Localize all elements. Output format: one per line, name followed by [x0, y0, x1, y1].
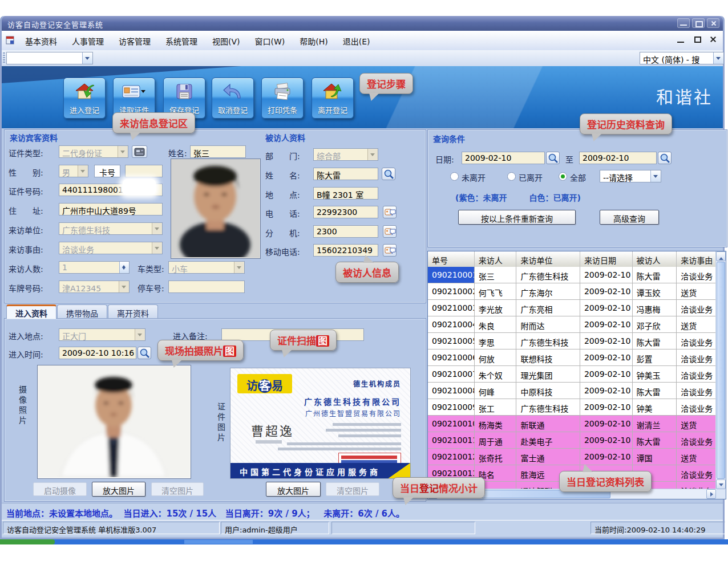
menu-item-5[interactable]: 窗口(W) — [255, 35, 285, 47]
filter-select[interactable]: --请选择 — [600, 170, 661, 182]
table-cell[interactable]: 冯惠梅 — [633, 300, 677, 316]
table-cell[interactable]: 090210010 — [428, 416, 475, 432]
zoom-photo-button[interactable]: 放大图片 — [92, 482, 145, 497]
toolbar-button-print[interactable]: 打印凭条 — [261, 78, 304, 119]
toolbar-button-cancel[interactable]: 取消登记 — [212, 78, 254, 119]
sms-ext-button[interactable] — [383, 225, 397, 238]
entry-time-field[interactable]: 2009-02-10 10:16 — [59, 347, 136, 359]
table-cell[interactable]: 广东德生科技 — [516, 267, 580, 283]
table-cell[interactable]: 赴美电子 — [516, 432, 580, 449]
table-cell[interactable]: 2009-02-10 — [580, 449, 633, 465]
dept-select[interactable]: 综合部 — [313, 148, 378, 161]
table-header-cell[interactable]: 来访日期 — [580, 251, 633, 267]
table-cell[interactable]: 陈大雷 — [633, 267, 677, 283]
table-cell[interactable]: 090210004 — [428, 316, 475, 333]
table-cell[interactable]: 送货 — [677, 416, 716, 432]
table-cell[interactable]: 朱个奴 — [475, 366, 517, 383]
parking-field[interactable] — [168, 281, 245, 293]
table-cell[interactable]: 钟美玉 — [633, 366, 677, 383]
table-cell[interactable]: 张工 — [475, 399, 517, 416]
table-cell[interactable]: 送货 — [677, 449, 716, 465]
table-cell[interactable]: 陈大雷 — [633, 432, 677, 449]
table-cell[interactable]: 090210011 — [428, 432, 475, 449]
table-row[interactable]: 090210007朱个奴理光集团2009-02-10钟美玉洽谈业务 — [428, 366, 716, 383]
tab-leave-info[interactable]: 离开资料 — [108, 304, 158, 319]
mdi-restore-button[interactable] — [692, 35, 702, 44]
table-cell[interactable]: 何放 — [475, 349, 517, 366]
table-cell[interactable]: 洽谈业务 — [677, 300, 716, 316]
table-cell[interactable]: 090210003 — [428, 300, 475, 316]
table-cell[interactable]: 朱良 — [475, 316, 517, 333]
table-row[interactable]: 090210001张三广东德生科技2009-02-10陈大雷洽谈业务 — [428, 267, 716, 283]
table-row[interactable]: 090210012张奇托富士通2009-02-10谭国送货 — [428, 449, 716, 465]
table-row[interactable]: 090210002何飞飞广东海尔2009-02-10谭玉姣送货 — [428, 283, 716, 300]
table-cell[interactable]: 2009-02-10 — [580, 432, 633, 449]
close-button[interactable] — [707, 18, 719, 28]
table-cell[interactable]: 谭玉姣 — [633, 283, 677, 300]
table-row[interactable]: 090210006何放联想科技2009-02-10彭置洽谈业务 — [428, 349, 716, 366]
menu-item-4[interactable]: 视图(V) — [212, 35, 240, 47]
radio-not-left[interactable] — [450, 172, 459, 181]
tab-entry-info[interactable]: 进入资料 — [6, 304, 56, 319]
mdi-close-button[interactable] — [708, 35, 718, 44]
menu-item-1[interactable]: 人事管理 — [72, 35, 104, 47]
table-row[interactable]: 090210004朱良附而达2009-02-10邓子欣送货 — [428, 316, 716, 333]
chevron-down-icon[interactable] — [713, 52, 723, 64]
menu-item-2[interactable]: 访客管理 — [119, 35, 151, 47]
table-cell[interactable]: 联想科技 — [516, 349, 580, 366]
spinner-arrows-icon[interactable] — [119, 262, 129, 273]
chevron-down-icon[interactable] — [82, 52, 92, 64]
address-field[interactable]: 广州市中山大道89号 — [59, 203, 163, 216]
table-cell[interactable]: 谭国 — [633, 449, 677, 465]
zoom-card-button[interactable]: 放大图片 — [266, 482, 321, 497]
table-row[interactable]: 090210011周于通赴美电子2009-02-10陈大雷洽谈业务 — [428, 432, 716, 449]
date-from-picker-button[interactable] — [546, 152, 560, 164]
ext-field[interactable]: 2300 — [313, 225, 378, 238]
date-to-picker-button[interactable] — [658, 152, 672, 164]
radio-left[interactable] — [507, 172, 516, 181]
advanced-query-button[interactable]: 高级查询 — [600, 210, 659, 225]
table-cell[interactable]: 2009-02-10 — [580, 316, 633, 333]
table-cell[interactable]: 谢清兰 — [633, 416, 677, 432]
plate-select[interactable]: 津A12345 — [59, 281, 130, 293]
scroll-right-icon[interactable] — [706, 489, 716, 499]
table-cell[interactable]: 洽谈业务 — [677, 267, 716, 283]
restore-button[interactable] — [692, 18, 705, 28]
table-cell[interactable]: 洽谈业务 — [677, 432, 716, 449]
table-row[interactable]: 090210008何峰中原科技2009-02-10陈大雷洽谈业务 — [428, 383, 716, 399]
table-row[interactable]: 090210003李光放广东亮相2009-02-10冯惠梅洽谈业务 — [428, 300, 716, 316]
start-button-sliver[interactable] — [0, 539, 55, 544]
card-no-field[interactable] — [125, 165, 163, 177]
entry-location-select[interactable]: 正大门 — [59, 328, 145, 341]
minimize-button[interactable] — [677, 18, 690, 28]
table-cell[interactable]: 广东德生科技 — [516, 399, 580, 416]
vertical-scroll-thumb[interactable] — [717, 262, 725, 479]
sms-phone-button[interactable] — [383, 206, 397, 218]
table-cell[interactable]: 090210009 — [428, 399, 475, 416]
table-cell[interactable]: 送货 — [677, 283, 716, 300]
radio-all[interactable] — [559, 172, 567, 181]
table-cell[interactable]: 送货 — [677, 316, 716, 333]
table-cell[interactable]: 2009-02-10 — [580, 366, 633, 383]
sms-mobile-button[interactable] — [383, 244, 397, 257]
taskbar-sliver[interactable] — [0, 539, 728, 544]
table-cell[interactable]: 洽谈业务 — [677, 399, 716, 416]
table-cell[interactable]: 洽谈业务 — [677, 349, 716, 366]
table-cell[interactable]: 陈大雷 — [633, 333, 677, 349]
table-cell[interactable]: 2009-02-10 — [580, 300, 633, 316]
table-header-cell[interactable]: 来访人 — [475, 251, 517, 267]
table-row[interactable]: 090210009张工广东德生科技2009-02-10钟美洽谈业务 — [428, 399, 716, 416]
menu-item-6[interactable]: 帮助(H) — [300, 35, 327, 47]
taskbar-item-sliver[interactable] — [184, 540, 253, 544]
phone-field[interactable]: 22992300 — [313, 206, 378, 218]
table-cell[interactable]: 洽谈业务 — [677, 465, 716, 482]
table-cell[interactable]: 富士通 — [516, 449, 580, 465]
scroll-up-icon[interactable] — [716, 251, 726, 261]
table-cell[interactable]: 李光放 — [475, 300, 517, 316]
table-cell[interactable]: 彭置 — [633, 349, 677, 366]
table-row[interactable]: 090210010杨海类新联通2009-02-10谢清兰送货 — [428, 416, 716, 432]
requery-button[interactable]: 按以上条件重新查询 — [458, 210, 576, 225]
reason-select[interactable]: 洽谈业务 — [59, 242, 163, 254]
card-reader-button[interactable] — [132, 145, 147, 158]
table-cell[interactable]: 090210007 — [428, 366, 475, 383]
